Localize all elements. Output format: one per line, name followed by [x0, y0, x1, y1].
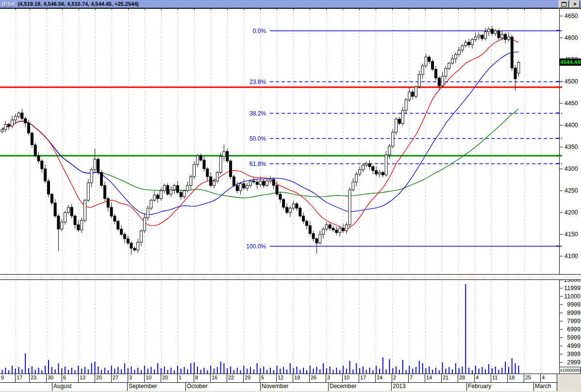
week-label: 9 — [0, 374, 16, 382]
week-label: 22 — [227, 374, 244, 382]
fib-level-label: 61.8% — [249, 161, 266, 167]
week-label: 24 — [376, 374, 392, 382]
month-label: August — [52, 383, 128, 391]
volume-tick-label: 4999 — [567, 343, 581, 349]
volume-tick-label: 8999 — [567, 310, 581, 316]
month-label: December — [329, 383, 392, 391]
price-tick-label: 4150 — [564, 231, 578, 238]
week-label: 29 — [244, 374, 260, 382]
moving-averages — [2, 37, 519, 229]
month-label: March — [534, 383, 557, 391]
volume-tick-label: 9999 — [567, 301, 581, 308]
price-tick-label: 4450 — [564, 100, 578, 107]
date-axis: 9172330613202731020181622295121926310172… — [0, 374, 581, 392]
volume-multiplier-label: x100000000 — [559, 367, 581, 374]
last-price-label: 4544.449 — [560, 59, 581, 65]
volume-tick-label: 3999 — [567, 351, 581, 358]
week-label: 4 — [541, 374, 557, 382]
fib-level-label: 50.0% — [249, 135, 266, 142]
price-tick-label: 4200 — [564, 209, 578, 216]
month-label-row: AugustSeptemberOctoberNovemberDecember20… — [0, 383, 581, 392]
week-label-row: 9172330613202731020181622295121926310172… — [0, 374, 581, 383]
week-label: 19 — [293, 374, 310, 382]
week-label: 26 — [310, 374, 326, 382]
price-tick-label: 4400 — [564, 122, 578, 129]
week-label: 4 — [475, 374, 491, 382]
fib-level-label: 100.0% — [246, 243, 266, 250]
week-label: 10 — [145, 374, 161, 382]
week-label: 1 — [178, 374, 194, 382]
month-label — [0, 383, 52, 391]
month-label: October — [186, 383, 261, 391]
week-label: 10 — [343, 374, 359, 382]
month-label: November — [261, 383, 329, 391]
week-label: 3 — [128, 374, 145, 382]
week-label: 20 — [95, 374, 112, 382]
week-label: 11 — [491, 374, 508, 382]
price-tick-label: 4650 — [564, 13, 578, 19]
volume-tick-label: 6999 — [567, 326, 581, 333]
price-tick-label: 4350 — [564, 144, 578, 150]
week-label: 2 — [392, 374, 409, 382]
week-label: 12 — [277, 374, 293, 382]
week-label: 3 — [326, 374, 343, 382]
fib-level-label: 23.6% — [249, 79, 266, 85]
week-label: 14 — [425, 374, 442, 382]
price-tick-label: 4300 — [564, 165, 578, 172]
metastock-chart-window: IPSA (4,519.19, 4,546.56, 4,510.74, 4,54… — [0, 0, 581, 392]
week-label: 18 — [508, 374, 524, 382]
week-label: 23 — [30, 374, 47, 382]
price-tick-label: 4100 — [564, 253, 578, 260]
week-label: 13 — [79, 374, 95, 382]
price-volume-chart[interactable]: 0.0%23.6%38.2%50.0%61.8%100.0%4650460045… — [0, 0, 581, 392]
month-label: September — [128, 383, 186, 391]
last-price-badge: 4544.449 — [560, 58, 581, 65]
week-label: 6 — [62, 374, 79, 382]
volume-tick-label: 11999 — [564, 285, 581, 292]
week-label: 20 — [161, 374, 178, 382]
workspace-corner — [558, 375, 581, 392]
month-label: February — [467, 383, 534, 391]
volume-axis: 1300011999110009999899979996999599949993… — [560, 277, 581, 374]
week-label: 28 — [458, 374, 475, 382]
volume-tick-label: 5999 — [567, 334, 581, 341]
ma-fast-line — [2, 37, 519, 229]
week-label: 8 — [194, 374, 211, 382]
price-tick-label: 4250 — [564, 187, 578, 194]
week-label: 17 — [16, 374, 30, 382]
fib-level-label: 0.0% — [253, 28, 266, 34]
week-label: 7 — [409, 374, 425, 382]
price-tick-label: 4500 — [564, 78, 578, 85]
fib-level-label: 38.2% — [249, 110, 266, 117]
week-label: 30 — [47, 374, 62, 382]
week-label: 17 — [359, 374, 376, 382]
week-label: 27 — [112, 374, 128, 382]
month-label: 2013 — [392, 383, 467, 391]
week-label: 5 — [260, 374, 277, 382]
panel-splitter[interactable] — [0, 274, 581, 280]
volume-tick-label: 2999 — [567, 359, 581, 366]
week-label: 25 — [524, 374, 541, 382]
price-tick-label: 4600 — [564, 34, 578, 41]
week-label: 16 — [211, 374, 227, 382]
volume-tick-label: 7999 — [567, 318, 581, 325]
week-label: 21 — [442, 374, 458, 382]
volume-tick-label: 11000 — [564, 293, 581, 300]
